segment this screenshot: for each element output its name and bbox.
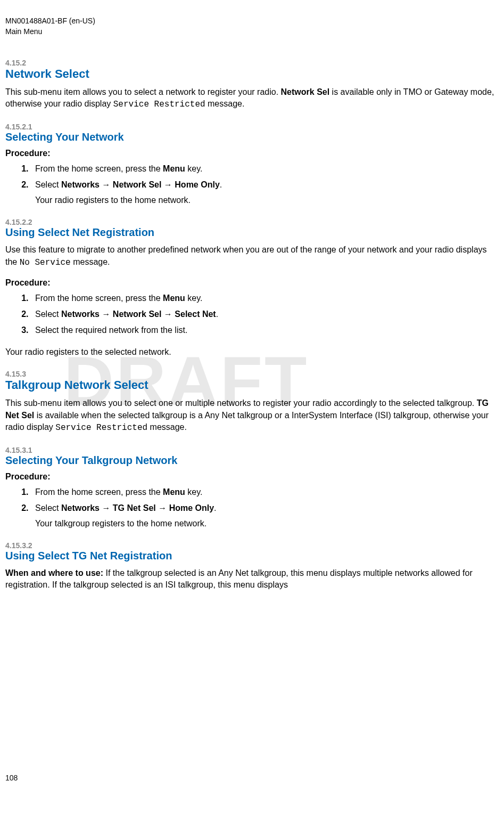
- page-header: MN001488A01-BF (en-US) Main Menu: [5, 16, 95, 37]
- procedure-label: Procedure:: [5, 278, 499, 288]
- procedure-list: From the home screen, press the Menu key…: [31, 486, 499, 530]
- body-text: message.: [147, 422, 187, 432]
- section-number: 4.15.2.1: [5, 123, 499, 131]
- body-code: Service Restricted: [55, 423, 147, 433]
- section-body: This sub-menu item allows you to select …: [5, 86, 499, 111]
- body-text: This sub-menu item allows you to select …: [5, 398, 477, 408]
- section-name: Main Menu: [5, 27, 95, 37]
- subsection-title: Using Select Net Registration: [5, 226, 499, 239]
- section-number: 4.15.3.2: [5, 541, 499, 550]
- body-text: message.: [205, 99, 245, 108]
- step-text: From the home screen, press the: [35, 164, 163, 173]
- step-text: From the home screen, press the: [35, 487, 163, 496]
- procedure-list: From the home screen, press the Menu key…: [31, 292, 499, 337]
- section-number: 4.15.3: [5, 370, 499, 378]
- section-number: 4.15.2.2: [5, 218, 499, 226]
- step-text: .: [216, 310, 218, 319]
- body-code: Service Restricted: [113, 100, 205, 109]
- step-bold: Menu: [163, 294, 185, 303]
- section-body: Use this feature to migrate to another p…: [5, 244, 499, 268]
- step-text: From the home screen, press the: [35, 294, 163, 303]
- procedure-step: From the home screen, press the Menu key…: [31, 292, 499, 305]
- step-bold: Networks → TG Net Sel → Home Only: [61, 503, 214, 512]
- step-text: key.: [185, 164, 203, 173]
- result-text: Your radio registers to the selected net…: [5, 346, 499, 358]
- step-bold: Menu: [163, 487, 185, 496]
- step-text: .: [220, 180, 222, 189]
- subsection-title: Selecting Your Talkgroup Network: [5, 454, 499, 467]
- step-bold: Menu: [163, 164, 185, 173]
- section-title: Talkgroup Network Select: [5, 378, 499, 392]
- section-number: 4.15.3.1: [5, 446, 499, 454]
- procedure-step: Select the required network from the lis…: [31, 324, 499, 337]
- body-code: No Service: [20, 258, 71, 267]
- step-subtext: Your talkgroup registers to the home net…: [35, 518, 499, 530]
- body-text: This sub-menu item allows you to select …: [5, 87, 281, 96]
- procedure-label: Procedure:: [5, 472, 499, 482]
- section-body: When and where to use: If the talkgroup …: [5, 567, 499, 591]
- step-text: key.: [185, 294, 203, 303]
- step-bold: Networks → Network Sel → Select Net: [61, 310, 216, 319]
- subsection-title: Selecting Your Network: [5, 131, 499, 143]
- step-text: Select: [35, 503, 61, 512]
- procedure-list: From the home screen, press the Menu key…: [31, 162, 499, 206]
- step-text: Select the required network from the lis…: [35, 325, 187, 335]
- procedure-step: Select Networks → TG Net Sel → Home Only…: [31, 502, 499, 530]
- step-bold: Networks → Network Sel → Home Only: [61, 180, 220, 189]
- body-bold: Network Sel: [281, 87, 330, 96]
- step-text: .: [214, 503, 216, 512]
- page-number: 108: [5, 774, 18, 782]
- page-content: 4.15.2 Network Select This sub-menu item…: [5, 59, 499, 601]
- step-subtext: Your radio registers to the home network…: [35, 194, 499, 206]
- section-title: Network Select: [5, 67, 499, 81]
- step-text: Select: [35, 310, 61, 319]
- body-text: message.: [71, 257, 110, 266]
- doc-id: MN001488A01-BF (en-US): [5, 16, 95, 27]
- procedure-step: Select Networks → Network Sel → Home Onl…: [31, 178, 499, 206]
- procedure-step: From the home screen, press the Menu key…: [31, 486, 499, 499]
- section-number: 4.15.2: [5, 59, 499, 67]
- section-body: This sub-menu item allows you to select …: [5, 397, 499, 434]
- procedure-label: Procedure:: [5, 149, 499, 158]
- procedure-step: From the home screen, press the Menu key…: [31, 162, 499, 175]
- step-text: Select: [35, 180, 61, 189]
- when-label: When and where to use:: [5, 568, 103, 577]
- step-text: key.: [185, 487, 203, 496]
- procedure-step: Select Networks → Network Sel → Select N…: [31, 308, 499, 321]
- subsection-title: Using Select TG Net Registration: [5, 550, 499, 562]
